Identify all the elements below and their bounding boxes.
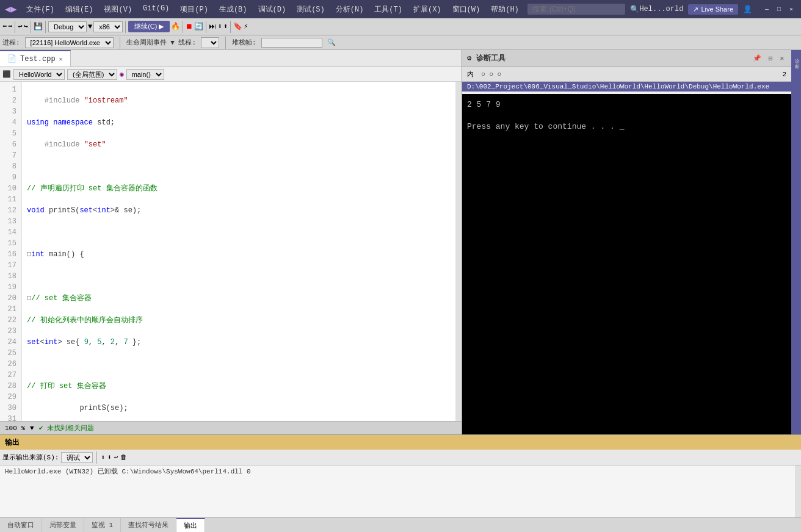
console-output-line: 2 5 7 9 [467, 99, 786, 111]
separator-7 [230, 21, 231, 33]
diag-tab-cpu[interactable]: 内 [467, 70, 474, 79]
code-editor: 1234 5678 9101112 13141516 17181920 2122… [0, 82, 462, 421]
platform-dropdown[interactable]: x86 [93, 21, 123, 32]
toolbar-breakpoint-icon[interactable]: ⚡ [244, 22, 248, 31]
toolbar-undo-icon[interactable]: ↩ [18, 22, 22, 31]
editor-tabs: 📄 Test.cpp ✕ [0, 50, 462, 67]
thread-dropdown[interactable] [201, 37, 219, 48]
process-label: 进程: [2, 38, 20, 47]
toolbar-save-icon[interactable]: 💾 [34, 22, 43, 31]
diag-count: 2 [782, 71, 786, 78]
diagnostics-title: 诊断工具 [476, 53, 506, 63]
output-title: 输出 [5, 437, 20, 448]
toolbar-forward-icon[interactable]: ➡ [8, 22, 12, 31]
menu-build[interactable]: 生成(B) [214, 3, 252, 16]
menu-bar: 文件(F) 编辑(E) 视图(V) Git(G) 项目(P) 生成(B) 调试(… [21, 3, 524, 16]
tab-close-button[interactable]: ✕ [59, 56, 63, 63]
title-bar-search-area: 🔍 [527, 4, 639, 15]
debug-config-dropdown[interactable]: Debug [48, 21, 87, 32]
editor-tab-test-cpp[interactable]: 📄 Test.cpp ✕ [0, 50, 71, 66]
output-toolbar: 显示输出来源(S): 调试 ⬆ ⬇ ↩ 🗑 [0, 450, 801, 466]
console-output: 2 5 7 9 Press any key to continue . . . … [462, 94, 791, 434]
stackframe-search-icon: 🔍 [327, 38, 336, 46]
function-dropdown[interactable]: main() [126, 69, 164, 80]
menu-help[interactable]: 帮助(H) [486, 3, 524, 16]
toolbar-step-in-icon[interactable]: ⬇ [217, 22, 222, 31]
diag-gear-icon[interactable]: ⚙ [467, 54, 471, 63]
editor-status-bar: 100 % ▼ ✔ 未找到相关问题 [0, 421, 462, 434]
tab-output[interactable]: 输出 [176, 518, 205, 532]
scope-dropdown[interactable]: (全局范围) [67, 69, 117, 80]
editor-area: 📄 Test.cpp ✕ ⬛ HelloWorld (全局范围) ◉ main(… [0, 50, 462, 434]
menu-debug[interactable]: 调试(D) [253, 3, 291, 16]
editor-scrollbar[interactable] [455, 82, 462, 421]
separator-6 [206, 21, 206, 33]
menu-git[interactable]: Git(G) [138, 3, 174, 16]
main-toolbar: ⬅ ➡ ↩ ↪ 💾 Debug ▼ x86 继续(C) ▶ 🔥 ⏹ 🔄 ⏭ ⬇ … [0, 18, 801, 35]
output-wrap-icon[interactable]: ↩ [114, 453, 118, 461]
diag-pin-button[interactable]: 📌 [750, 54, 764, 63]
menu-tools[interactable]: 工具(T) [369, 3, 407, 16]
continue-button[interactable]: 继续(C) ▶ [128, 21, 170, 32]
tab-find-symbol[interactable]: 查找符号结果 [121, 518, 176, 532]
menu-window[interactable]: 窗口(W) [448, 3, 485, 16]
zoom-level: 100 % [5, 425, 25, 432]
toolbar-step-out-icon[interactable]: ⬆ [223, 22, 228, 31]
toolbar-step-over-icon[interactable]: ⏭ [209, 22, 216, 31]
diagnostics-panel: ⚙ 诊断工具 📌 ⊟ ✕ 内 ○ ○ ○ 2 D:\002_Project\00… [462, 50, 791, 434]
output-clear-icon[interactable]: 🗑 [120, 453, 127, 461]
output-sep [96, 451, 97, 464]
tab-local-vars[interactable]: 局部变量 [42, 518, 84, 532]
separator-2 [31, 21, 31, 33]
stackframe-input[interactable] [261, 38, 322, 48]
output-body: HelloWorld.exe (WIN32) 已卸载 C:\Windows\Sy… [0, 466, 801, 517]
toolbar-back-icon[interactable]: ⬅ [2, 22, 7, 31]
search-input[interactable] [527, 4, 625, 15]
close-button[interactable]: ✕ [786, 4, 796, 14]
window-title: Hel...orld [639, 5, 683, 13]
lifecycle-label: 生命周期事件 ▼ 线程: [126, 38, 196, 47]
output-scroll-down-icon[interactable]: ⬇ [107, 453, 112, 461]
minimize-button[interactable]: — [762, 4, 772, 14]
menu-test[interactable]: 测试(S) [292, 3, 330, 16]
separator-thread [225, 37, 226, 49]
menu-project[interactable]: 项目(P) [175, 3, 213, 16]
output-scrollbar[interactable] [795, 466, 801, 517]
process-dropdown[interactable]: [22116] HelloWorld.exe [25, 37, 114, 48]
panel-controls: 📌 ⊟ ✕ [750, 54, 786, 63]
zoom-dropdown-icon[interactable]: ▼ [30, 425, 34, 432]
tab-auto-window[interactable]: 自动窗口 [0, 518, 42, 532]
diag-close-button[interactable]: ✕ [777, 54, 786, 63]
window-controls: — □ ✕ [762, 4, 796, 14]
menu-extensions[interactable]: 扩展(X) [408, 3, 446, 16]
output-source-label: 显示输出来源(S): [2, 453, 59, 462]
right-strip: 诊 断 [791, 50, 801, 434]
output-header: 输出 [0, 435, 801, 450]
menu-view[interactable]: 视图(V) [99, 3, 137, 16]
account-icon[interactable]: 👤 [743, 5, 752, 14]
cpp-file-icon: 📄 [7, 54, 16, 63]
diagnostics-header: ⚙ 诊断工具 📌 ⊟ ✕ [462, 50, 791, 67]
menu-analyze[interactable]: 分析(N) [331, 3, 369, 16]
menu-edit[interactable]: 编辑(E) [60, 3, 98, 16]
title-bar-right: Hel...orld ↗ Live Share 👤 — □ ✕ [639, 4, 796, 15]
toolbar-restart-icon[interactable]: 🔄 [194, 22, 203, 31]
fire-icon: 🔥 [171, 22, 180, 31]
class-dropdown[interactable]: HelloWorld [13, 69, 65, 80]
code-content[interactable]: #include "iostream" using namespace std;… [22, 82, 455, 421]
console-prompt: Press any key to continue . . . _ [467, 121, 786, 133]
diag-cpu-label: ○ ○ ○ [481, 71, 501, 78]
toolbar-redo-icon[interactable]: ↪ [24, 22, 28, 31]
diag-collapse-button[interactable]: ⊟ [766, 54, 775, 63]
toolbar-bookmark-icon[interactable]: 🔖 [233, 22, 242, 31]
toolbar-stop-icon[interactable]: ⏹ [186, 22, 193, 31]
output-source-dropdown[interactable]: 调试 [61, 452, 93, 463]
output-scroll-up-icon[interactable]: ⬆ [101, 453, 105, 461]
separator-3 [45, 21, 46, 33]
maximize-button[interactable]: □ [774, 4, 784, 14]
live-share-button[interactable]: ↗ Live Share [688, 4, 738, 15]
tab-watch[interactable]: 监视 1 [84, 518, 121, 532]
error-status: ✔ 未找到相关问题 [39, 423, 94, 433]
title-bar: ◀▶ 文件(F) 编辑(E) 视图(V) Git(G) 项目(P) 生成(B) … [0, 0, 801, 18]
menu-file[interactable]: 文件(F) [21, 3, 59, 16]
